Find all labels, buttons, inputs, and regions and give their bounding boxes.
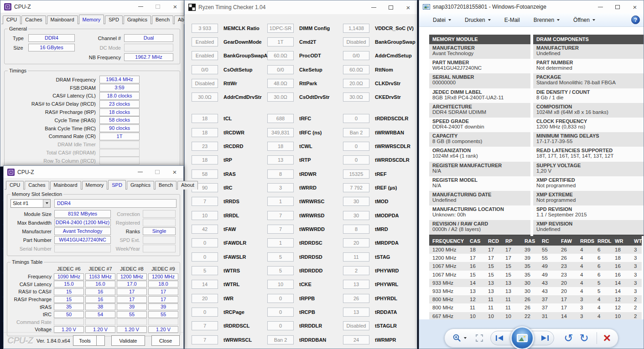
rtc-timing-cell: 8 tMRD: [343, 222, 417, 236]
rtc-timing-cell: 10 tRRDL: [192, 209, 267, 222]
frequency-table-header: FREQUENCYCASRCDRPRASRCFAWRRDSRRDLWRWTRS: [429, 236, 642, 246]
actual-size-button[interactable]: [475, 334, 484, 343]
photo-viewer-canvas: MEMORY MODULE MANUFACTURER Avant Technol…: [419, 27, 644, 349]
cpuz-tab[interactable]: Bench: [155, 181, 177, 190]
help-icon[interactable]: ?: [631, 15, 640, 24]
menu-item[interactable]: E-Mail: [504, 17, 520, 23]
rtc-label: tRDRDSCL: [223, 323, 249, 328]
minimize-button[interactable]: [365, 0, 382, 14]
cpuz-tab[interactable]: Mainboard: [47, 15, 78, 24]
menu-item[interactable]: Datei: [433, 17, 451, 23]
rtc-config-cell: 0/0 CkeSetup: [267, 63, 343, 77]
validate-button[interactable]: Validate: [111, 335, 145, 346]
rtc-label: DIMM Config: [299, 26, 330, 31]
size-value: 16 GBytes: [28, 44, 75, 51]
minimize-button[interactable]: [592, 0, 609, 13]
rtc-label: tWRWRSCDLR: [375, 144, 410, 149]
zoom-dropdown-icon[interactable]: [464, 337, 467, 339]
slot-dropdown[interactable]: Slot #1: [10, 199, 51, 208]
cpuz-tab[interactable]: SPD: [108, 180, 126, 190]
play-slideshow-button[interactable]: [510, 326, 534, 349]
rtc-label: CsOdtSetup: [223, 67, 253, 72]
timings-group: Timings DRAM Frequency 1963.4 MHz FSB:DR…: [4, 71, 180, 173]
spec-label: XMP REVISION: [536, 221, 641, 226]
rtc-timings-grid: 18 tCL 688 tRFC 0 tRDRDSCDLR 18 tRCDWR 3…: [185, 112, 417, 347]
cpuz-tab[interactable]: Caches: [25, 181, 49, 190]
tools-dropdown-icon[interactable]: [97, 335, 105, 346]
cpuz-tab[interactable]: About: [177, 181, 198, 190]
minimize-button[interactable]: [132, 0, 149, 13]
version-text: Ver. 1.84.0.x64: [36, 338, 73, 344]
menu-item-label: Öffnen: [573, 17, 590, 23]
cpuz-tab[interactable]: Graphics: [124, 15, 151, 24]
rtc-label: ProcODT: [299, 53, 321, 58]
timing-label: DRAM Idle Timer: [8, 142, 99, 147]
rtc-label: tSTAGLR: [375, 323, 397, 328]
previous-button[interactable]: [495, 335, 505, 341]
maximize-button[interactable]: [149, 166, 166, 178]
tools-button[interactable]: Tools: [73, 335, 97, 346]
rtc-value: 18: [192, 128, 218, 137]
rtc-label: Cmd2T: [299, 39, 316, 45]
memory-module-header: MEMORY MODULE: [429, 35, 530, 44]
spec-label: MINIMUM TIMING DELAYS: [536, 133, 641, 139]
rtc-value: 0/0: [192, 65, 218, 74]
rtc-value: 10: [267, 280, 294, 289]
spec-value: 18T, 17T, 16T, 15T, 14T, 13T, 12T: [536, 153, 641, 159]
spec-row: JEDEC DIMM LABEL 8GB 1Rx8 PC4-2400T-UA2-…: [429, 88, 530, 103]
rtc-label: RttWr: [223, 81, 237, 86]
menu-dropdown-icon: [448, 19, 451, 21]
maximize-button[interactable]: [149, 0, 166, 13]
cpuz-tab[interactable]: Mainboard: [50, 181, 81, 190]
rtc-timing-cell: 26 tPHYRDL: [343, 292, 417, 305]
rotate-clockwise-button[interactable]: ↻: [580, 333, 589, 344]
dropdown-arrow-icon[interactable]: [43, 200, 50, 207]
timing-value: [99, 149, 140, 157]
rtc-value: 0: [267, 308, 294, 317]
rtc-value: 7: [267, 211, 294, 220]
close-button[interactable]: ×: [400, 0, 417, 14]
rtc-config-cell: 1,1438 VDDCR_SoC (V): [343, 21, 417, 35]
frequency-cell: 800 MHz: [429, 305, 467, 310]
rtc-label: tRRDDLR: [299, 323, 322, 328]
spec-label: SERIAL NUMBER: [432, 74, 527, 80]
timing-label: Command Rate (CR): [8, 133, 99, 139]
zoom-button[interactable]: [452, 333, 467, 343]
spec-label: PART NUMBER: [536, 60, 641, 65]
rotate-counterclockwise-button[interactable]: ↺: [564, 333, 573, 344]
cpuz-tab[interactable]: SPD: [105, 15, 123, 24]
spd-field-value: [143, 245, 176, 252]
delete-button[interactable]: ×: [603, 332, 611, 344]
cpuz-tab[interactable]: Caches: [21, 15, 46, 24]
jedec-value: 17: [117, 296, 147, 303]
spec-value: 1200 MHz (0,833 ns): [536, 124, 641, 129]
menu-item[interactable]: Öffnen: [573, 17, 595, 23]
cpuz-app-icon: [4, 3, 11, 10]
rtc-value: 1T: [267, 37, 294, 46]
minimize-button[interactable]: [131, 166, 149, 178]
menu-item[interactable]: Brennen: [534, 17, 560, 23]
rtc-value: Enabled: [192, 51, 218, 60]
cpuz-tab[interactable]: Bench: [152, 15, 173, 24]
close-button[interactable]: ×: [166, 0, 184, 13]
ryzen-timing-checker-window: Ryzen Timing Checker 1.04 × 3 933 MEMCLK…: [184, 0, 417, 349]
close-button[interactable]: ×: [626, 0, 644, 13]
cpuz-tab[interactable]: Memory: [82, 181, 108, 190]
close-window-button[interactable]: Close: [151, 335, 180, 346]
maximize-button[interactable]: [382, 0, 400, 14]
cpuz-tab[interactable]: Memory: [79, 15, 104, 24]
cpuz-tab[interactable]: CPU: [6, 181, 24, 190]
next-button[interactable]: [539, 335, 549, 341]
rtc-label: tRFC (ns): [299, 130, 322, 135]
spec-row: REVISION / RAW CARD 0000h / A2 (8 layers…: [429, 220, 530, 235]
jedec-value: [148, 318, 178, 325]
close-button[interactable]: ×: [166, 166, 183, 178]
rtc-timing-cell: 5 tRDRDDD: [267, 264, 343, 277]
menu-item[interactable]: Drucken: [465, 17, 491, 23]
cpuz-tab[interactable]: CPU: [3, 15, 21, 24]
jedec-row: Frequency 1090 MHz 1163 MHz 1200 MHz 120…: [10, 273, 177, 281]
cpuz-tab[interactable]: Graphics: [127, 181, 154, 190]
frequency-column-header: RC: [539, 238, 558, 244]
maximize-button[interactable]: [609, 0, 626, 13]
spec-value: 1024M x64 (1 rank): [432, 153, 527, 159]
